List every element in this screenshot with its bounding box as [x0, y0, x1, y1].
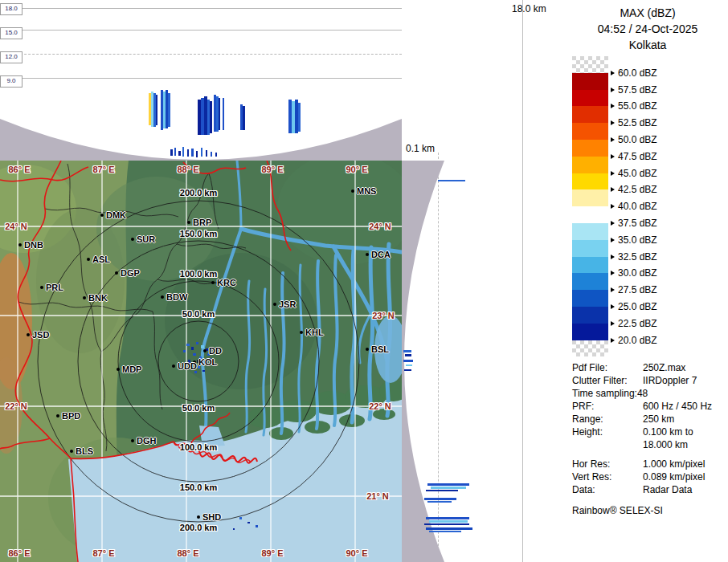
legend-threshold-label: 57.5 dBZ [611, 84, 657, 96]
product-title: MAX (dBZ) [567, 5, 728, 21]
height-tick-label: 18.0 [0, 3, 22, 15]
legend-color-step [572, 106, 608, 123]
legend-threshold-text: 35.0 dBZ [618, 234, 657, 246]
info-row: Clutter Filter:IIRDoppler 7 [572, 374, 726, 387]
info-row: PRF:600 Hz / 450 Hz [572, 400, 726, 413]
height-tick-label: 9.0 [0, 75, 22, 88]
legend-tick-arrow-icon [611, 204, 615, 209]
legend-threshold-text: 52.5 dBZ [618, 117, 657, 128]
color-scale: 60.0 dBZ57.5 dBZ55.0 dBZ52.5 dBZ50.0 dBZ… [572, 56, 725, 369]
legend-tick-arrow-icon [611, 271, 615, 275]
station-name: Kolkata [567, 37, 728, 53]
legend-color-step [572, 223, 608, 240]
info-value: Radar Data [643, 484, 692, 495]
legend-threshold-text: 25.0 dBZ [618, 301, 657, 312]
info-row: Pdf File:250Z.max [572, 361, 726, 374]
info-label: Height: [572, 426, 643, 438]
info-value: 250Z.max [643, 362, 685, 373]
height-tick-label: 15.0 [0, 27, 22, 39]
legend-color-step [572, 123, 608, 140]
height-tick-label: 12.0 [0, 51, 22, 63]
info-row: Range:250 km [572, 413, 726, 426]
legend-color-step [572, 307, 608, 324]
legend-color-step [572, 157, 608, 173]
info-value: 48 [637, 388, 648, 399]
legend-color-step [572, 340, 608, 357]
legend-color-step [572, 206, 608, 223]
legend-threshold-text: 30.0 dBZ [618, 267, 657, 279]
info-label: Data: [572, 483, 643, 496]
legend-threshold-text: 37.5 dBZ [618, 218, 657, 229]
info-label: Range: [572, 413, 643, 426]
info-label: PRF: [572, 400, 643, 413]
legend-threshold-label: 35.0 dBZ [611, 234, 657, 246]
legend-tick-arrow-icon [611, 104, 615, 108]
legend-tick-arrow-icon [611, 255, 615, 259]
map-base-svg [0, 161, 402, 562]
legend-color-step [572, 90, 608, 107]
info-label: Hor Res: [572, 458, 643, 470]
xz-cross-section-panel [0, 0, 402, 161]
product-info: Pdf File:250Z.maxClutter Filter:IIRDoppl… [572, 361, 726, 517]
legend-color-step [572, 173, 608, 190]
info-value: 600 Hz / 450 Hz [643, 401, 712, 412]
legend-tick-arrow-icon [611, 137, 615, 142]
info-value: 1.000 km/pixel [643, 458, 705, 470]
legend-panel: MAX (dBZ) 04:52 / 24-Oct-2025 Kolkata 60… [567, 0, 728, 562]
legend-title: MAX (dBZ) 04:52 / 24-Oct-2025 Kolkata [567, 5, 728, 53]
legend-threshold-text: 20.0 dBZ [618, 335, 657, 346]
legend-threshold-text: 50.0 dBZ [618, 134, 657, 145]
info-row: Data:Radar Data [572, 483, 726, 496]
legend-threshold-label: 52.5 dBZ [611, 117, 657, 128]
map-panel: 86° E87° E88° E89° E90° E86° E87° E88° E… [0, 161, 402, 562]
legend-threshold-text: 57.5 dBZ [618, 84, 657, 96]
product-info-rows: Pdf File:250Z.maxClutter Filter:IIRDoppl… [572, 361, 726, 496]
height-axis-max-label: 18.0 km [512, 3, 546, 14]
legend-threshold-label: 42.5 dBZ [611, 184, 657, 195]
radar-display: 18.0 km 0.1 km 18.015.012.09.0 [0, 0, 728, 562]
legend-color-step [572, 273, 608, 290]
legend-threshold-text: 47.5 dBZ [618, 151, 657, 162]
info-label: Pdf File: [572, 361, 643, 374]
product-datetime: 04:52 / 24-Oct-2025 [567, 21, 728, 37]
beam-blind-cone-right [402, 161, 567, 562]
info-row: Height:0.100 km to [572, 426, 726, 438]
info-label: Time sampling: [572, 387, 637, 400]
legend-threshold-text: 27.5 dBZ [618, 284, 657, 295]
legend-color-step [572, 324, 608, 340]
legend-tick-arrow-icon [611, 321, 615, 326]
info-label: Vert Res: [572, 470, 643, 483]
legend-tick-arrow-icon [611, 71, 615, 75]
software-brand: Rainbow® SELEX-SI [572, 504, 726, 517]
legend-tick-arrow-icon [611, 88, 615, 92]
info-row: Hor Res:1.000 km/pixel [572, 458, 726, 470]
legend-tick-arrow-icon [611, 154, 615, 159]
beam-blind-cone-top [0, 0, 402, 161]
legend-tick-arrow-icon [611, 171, 615, 176]
legend-threshold-label: 27.5 dBZ [611, 284, 657, 295]
legend-color-step [572, 56, 608, 73]
legend-threshold-label: 47.5 dBZ [611, 151, 657, 162]
legend-threshold-text: 60.0 dBZ [618, 67, 657, 79]
height-axis-min-label: 0.1 km [406, 143, 435, 154]
info-value: 0.089 km/pixel [643, 471, 705, 483]
legend-color-step [572, 140, 608, 157]
legend-tick-arrow-icon [611, 304, 615, 309]
legend-threshold-label: 30.0 dBZ [611, 267, 657, 279]
info-label: Clutter Filter: [572, 374, 643, 387]
yz-cross-section-panel [402, 161, 567, 562]
legend-threshold-label: 45.0 dBZ [611, 168, 657, 179]
legend-threshold-text: 45.0 dBZ [618, 168, 657, 179]
legend-color-step [572, 240, 608, 257]
info-row: 18.000 km [572, 438, 726, 451]
info-value: IIRDoppler 7 [643, 375, 697, 386]
info-row: Time sampling:48 [572, 387, 726, 400]
legend-threshold-text: 40.0 dBZ [618, 201, 657, 212]
legend-threshold-text: 22.5 dBZ [618, 318, 657, 329]
info-value: 0.100 km to [643, 426, 693, 438]
info-row: Vert Res:0.089 km/pixel [572, 470, 726, 483]
legend-tick-arrow-icon [611, 338, 615, 343]
legend-threshold-label: 25.0 dBZ [611, 301, 657, 312]
legend-threshold-text: 42.5 dBZ [618, 184, 657, 195]
legend-threshold-text: 32.5 dBZ [618, 251, 657, 263]
